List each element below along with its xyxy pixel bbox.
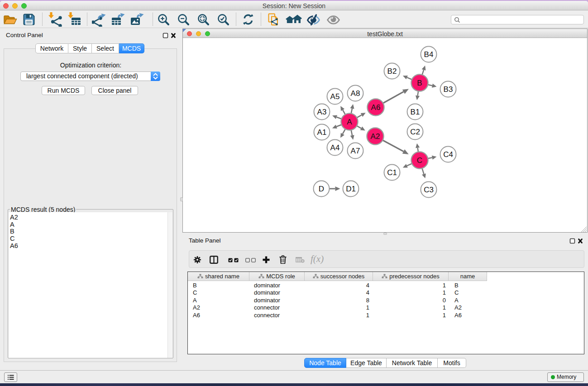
svg-text:D: D — [319, 185, 324, 193]
svg-text:C: C — [417, 156, 422, 165]
svg-text:C3: C3 — [424, 186, 434, 194]
svg-text:B4: B4 — [424, 50, 434, 59]
svg-text:B: B — [417, 79, 422, 87]
svg-text:C4: C4 — [443, 150, 453, 159]
svg-text:C2: C2 — [410, 128, 420, 136]
svg-text:A2: A2 — [371, 132, 380, 141]
svg-text:A6: A6 — [371, 103, 381, 112]
svg-text:B3: B3 — [444, 85, 453, 94]
svg-text:A4: A4 — [330, 143, 340, 152]
svg-text:C1: C1 — [387, 168, 397, 177]
svg-text:B2: B2 — [387, 67, 397, 76]
svg-text:A: A — [347, 118, 352, 126]
svg-text:A7: A7 — [351, 147, 360, 155]
svg-text:D1: D1 — [346, 185, 356, 193]
svg-text:A8: A8 — [351, 89, 360, 98]
svg-text:B1: B1 — [411, 108, 420, 116]
svg-text:A5: A5 — [330, 92, 340, 101]
svg-text:A3: A3 — [317, 108, 327, 116]
svg-text:A1: A1 — [317, 128, 327, 137]
